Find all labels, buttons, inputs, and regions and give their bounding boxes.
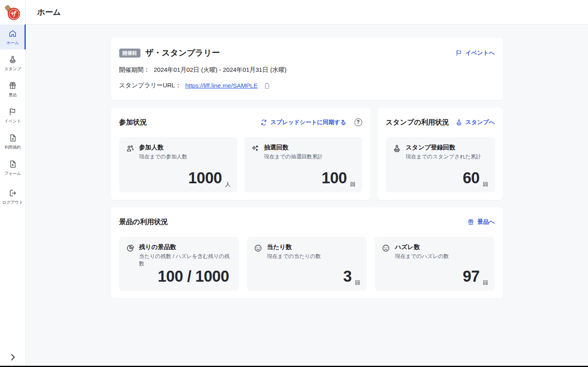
stat-tile-stamp-registrations: スタンプ登録回数 現在までのスタンプされた累計 60 回 xyxy=(386,137,495,192)
stat-title: スタンプ登録回数 xyxy=(406,144,481,151)
stat-subtitle: 現在までのスタンプされた累計 xyxy=(406,153,481,160)
stat-value: 1000 xyxy=(188,170,222,186)
sidebar-item-terms[interactable]: 利用規約 xyxy=(0,129,25,154)
stat-value: 100 xyxy=(322,170,347,186)
topbar: ホーム xyxy=(26,0,588,24)
go-to-stamps-label: スタンプへ xyxy=(466,119,495,126)
stat-title: 当たり数 xyxy=(267,243,321,251)
sidebar-item-label: 景品 xyxy=(9,92,17,98)
sidebar: ザ ホーム スタンプ 景品 イベント 利用規約 フォーム xyxy=(0,0,26,367)
stamp-rally-url-link[interactable]: https://liff.line.me/SAMPLE xyxy=(185,82,258,89)
stat-title: 参加人数 xyxy=(139,144,187,151)
stat-value: 100 / 1000 xyxy=(158,269,229,284)
smile-face-icon xyxy=(254,244,263,260)
sidebar-item-label: イベント xyxy=(4,118,21,124)
stat-title: 抽選回数 xyxy=(264,144,323,151)
sidebar-item-label: スタンプ xyxy=(4,66,21,72)
sidebar-item-event[interactable]: イベント xyxy=(0,103,25,128)
logout-icon xyxy=(8,189,17,198)
stamp-icon xyxy=(455,119,463,126)
stat-tile-remaining-prizes: 残りの景品数 当たりの残数 / ハズレを含む残りの残数 100 / 1000 xyxy=(119,237,239,291)
go-to-stamps-link[interactable]: スタンプへ xyxy=(455,119,495,126)
stamp-icon xyxy=(392,144,401,160)
stamp-icon xyxy=(8,55,17,64)
event-summary-card: 開催前 ザ・スタンプラリー イベントへ 開催期間： 2024年01月02日 (火… xyxy=(111,38,503,100)
stat-unit: 回 xyxy=(483,279,488,287)
sparkles-icon xyxy=(251,144,260,160)
sync-label: スプレッドシートに同期する xyxy=(270,119,346,126)
go-to-prizes-link[interactable]: 景品へ xyxy=(467,218,494,226)
sidebar-item-label: ホーム xyxy=(7,40,19,46)
app-logo: ザ xyxy=(0,0,25,24)
stat-value: 3 xyxy=(343,269,352,284)
app-window: ザ ホーム スタンプ 景品 イベント 利用規約 フォーム xyxy=(0,0,588,367)
page-title: ホーム xyxy=(37,7,61,18)
copy-icon xyxy=(263,82,271,89)
stat-subtitle: 現在までの抽選回数累計 xyxy=(264,153,323,160)
copy-url-button[interactable] xyxy=(263,82,271,89)
flag-icon xyxy=(8,107,17,116)
sidebar-expand-button[interactable] xyxy=(8,353,17,362)
sidebar-item-form[interactable]: フォーム xyxy=(0,155,25,180)
event-period-label: 開催期間： xyxy=(119,66,150,74)
help-icon[interactable]: ? xyxy=(354,118,362,126)
stat-tile-participants: 参加人数 現在までの参加人数 1000 人 xyxy=(119,137,237,192)
stat-unit: 回 xyxy=(350,181,356,188)
stat-title: 残りの景品数 xyxy=(139,243,232,251)
stat-subtitle: 現在までの参加人数 xyxy=(139,153,187,160)
prize-usage-title: 景品の利用状況 xyxy=(119,217,168,227)
document-plus-icon xyxy=(8,160,17,169)
home-icon xyxy=(8,29,17,38)
sidebar-item-prizes[interactable]: 景品 xyxy=(0,77,25,102)
pie-chart-icon xyxy=(126,244,135,267)
stat-tile-lottery-count: 抽選回数 現在までの抽選回数累計 100 回 xyxy=(244,137,362,192)
stat-unit: 回 xyxy=(355,279,360,287)
stat-title: ハズレ数 xyxy=(395,243,449,251)
stat-unit: 回 xyxy=(483,181,488,188)
gift-icon xyxy=(467,218,474,226)
sidebar-item-stamp[interactable]: スタンプ xyxy=(0,51,25,76)
flag-icon xyxy=(455,49,463,57)
stat-subtitle: 現在までの当たりの数 xyxy=(267,253,321,260)
event-period-value: 2024年01月02日 (火曜) - 2024年01月31日 (水曜) xyxy=(154,66,287,74)
sidebar-item-label: 利用規約 xyxy=(4,145,21,150)
sync-icon xyxy=(260,119,267,126)
main-content: 開催前 ザ・スタンプラリー イベントへ 開催期間： 2024年01月02日 (火… xyxy=(26,24,588,367)
sidebar-item-logout[interactable]: ログアウト xyxy=(0,184,25,209)
go-to-event-label: イベントへ xyxy=(466,49,495,57)
logo-text: ザ xyxy=(10,9,18,18)
stamp-usage-card: スタンプの利用状況 スタンプへ xyxy=(378,108,503,200)
stat-value: 97 xyxy=(463,269,479,284)
participation-status-card: 参加状況 スプレッドシートに同期する ? xyxy=(111,108,370,200)
gift-icon xyxy=(8,81,17,90)
event-title: ザ・スタンプラリー xyxy=(145,47,455,58)
prize-usage-card: 景品の利用状況 景品へ xyxy=(111,207,503,298)
frown-face-icon xyxy=(381,244,390,260)
go-to-prizes-label: 景品へ xyxy=(477,218,494,226)
stamp-logo-icon: ザ xyxy=(5,5,20,20)
stat-subtitle: 当たりの残数 / ハズレを含む残りの残数 xyxy=(139,253,232,267)
stat-tile-losses: ハズレ数 現在までのハズレの数 97 回 xyxy=(375,237,494,291)
stat-tile-wins: 当たり数 現在までの当たりの数 3 回 xyxy=(247,237,367,291)
stat-unit: 人 xyxy=(225,181,231,188)
sidebar-item-home[interactable]: ホーム xyxy=(0,24,25,49)
document-lines-icon xyxy=(8,133,17,142)
stat-value: 60 xyxy=(463,170,479,186)
sidebar-item-label: ログアウト xyxy=(2,200,23,205)
sync-to-spreadsheet-button[interactable]: スプレッドシートに同期する xyxy=(260,119,346,126)
sidebar-item-label: フォーム xyxy=(4,171,21,176)
chevron-right-icon xyxy=(8,353,17,362)
participation-title: 参加状況 xyxy=(119,118,147,127)
event-url-label: スタンプラリーURL： xyxy=(119,82,181,89)
stamp-usage-title: スタンプの利用状況 xyxy=(386,118,449,127)
event-status-badge: 開催前 xyxy=(119,49,140,58)
main-column: ホーム 開催前 ザ・スタンプラリー イベントへ 開催期間： xyxy=(26,0,588,367)
stat-subtitle: 現在までのハズレの数 xyxy=(395,253,449,260)
people-icon xyxy=(126,144,135,160)
go-to-event-link[interactable]: イベントへ xyxy=(455,49,495,57)
